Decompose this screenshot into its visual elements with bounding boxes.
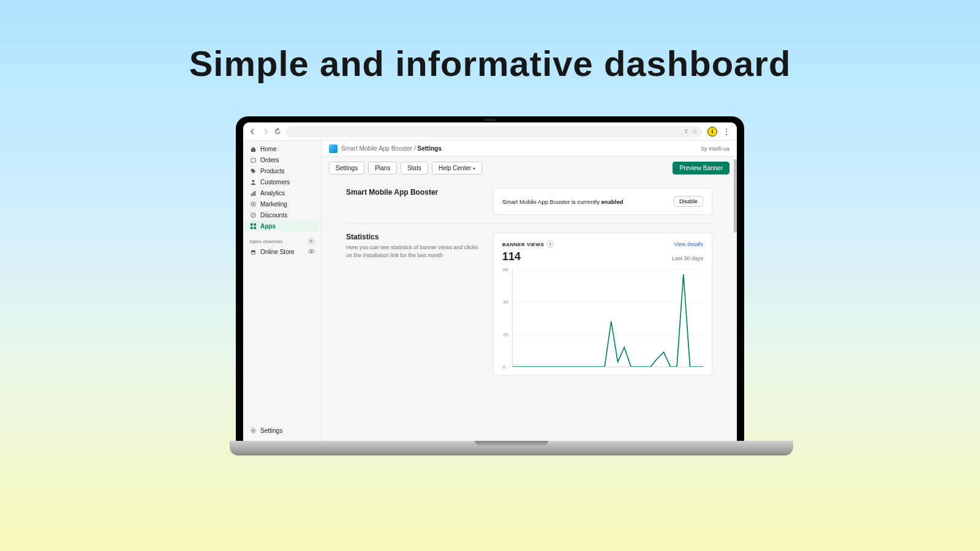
breadcrumb-bar: Smart Mobile App Booster / Settings by I…: [322, 141, 737, 157]
disable-button[interactable]: Disable: [674, 196, 703, 207]
sidebar-item-apps[interactable]: Apps: [245, 220, 319, 231]
forward-icon[interactable]: [262, 128, 269, 135]
reload-icon[interactable]: [274, 128, 281, 135]
breadcrumb-app[interactable]: Smart Mobile App Booster: [341, 145, 412, 152]
svg-rect-11: [254, 227, 256, 229]
date-range: Last 30 days: [672, 255, 703, 261]
stats-title: Statistics: [346, 233, 481, 241]
app-logo-icon: [329, 144, 337, 153]
sidebar-item-label: Customers: [260, 179, 290, 186]
sidebar-item-marketing[interactable]: Marketing: [243, 198, 321, 209]
svg-rect-9: [254, 223, 256, 225]
laptop-mockup: ⇪ ☆ i ⋮ Home Orders Products Customers A…: [230, 116, 750, 455]
svg-rect-0: [251, 158, 255, 162]
address-bar[interactable]: ⇪ ☆: [286, 126, 703, 137]
stats-description: Here you can see statistics of banner vi…: [346, 244, 481, 259]
status-text: Smart Mobile App Booster is currently en…: [502, 198, 623, 205]
target-icon: [249, 200, 257, 208]
metric-value: 114: [502, 250, 521, 263]
svg-point-6: [252, 203, 254, 205]
eye-icon[interactable]: [308, 248, 315, 256]
svg-point-15: [252, 429, 254, 432]
apps-icon: [249, 222, 257, 230]
browser-toolbar: ⇪ ☆ i ⋮: [243, 122, 737, 141]
sidebar-item-label: Analytics: [260, 190, 285, 197]
discount-icon: [249, 211, 257, 219]
sidebar-item-products[interactable]: Products: [243, 165, 321, 176]
toolbar: Settings Plans Stats Help Center Preview…: [322, 157, 737, 179]
svg-point-14: [311, 250, 312, 252]
banner-views-chart: 0204060: [512, 269, 703, 367]
hero-title: Simple and informative dashboard: [0, 0, 980, 84]
kebab-menu-icon[interactable]: ⋮: [722, 127, 731, 136]
tab-stats[interactable]: Stats: [401, 162, 428, 174]
channel-label: Online Store: [260, 249, 295, 255]
sidebar-item-label: Products: [260, 168, 284, 174]
stats-card: BANNER VIEWS? View details 114 Last 30 d…: [493, 233, 712, 375]
tab-plans[interactable]: Plans: [368, 162, 397, 174]
breadcrumb: Smart Mobile App Booster / Settings: [341, 145, 442, 152]
star-icon[interactable]: ☆: [692, 128, 698, 135]
profile-avatar[interactable]: i: [707, 127, 717, 137]
sidebar-item-label: Discounts: [260, 212, 287, 219]
svg-rect-3: [252, 192, 254, 195]
help-icon[interactable]: ?: [546, 241, 554, 248]
sidebar: Home Orders Products Customers Analytics…: [243, 141, 322, 441]
sidebar-item-customers[interactable]: Customers: [243, 176, 321, 187]
svg-rect-10: [250, 227, 252, 229]
gear-icon: [249, 427, 257, 434]
status-card: Smart Mobile App Booster is currently en…: [493, 188, 712, 215]
home-icon: [249, 145, 257, 152]
orders-icon: [249, 156, 257, 163]
preview-banner-button[interactable]: Preview Banner: [673, 162, 729, 174]
sidebar-settings-label: Settings: [260, 427, 282, 434]
main-panel: Smart Mobile App Booster / Settings by I…: [322, 141, 737, 441]
metric-label: BANNER VIEWS?: [502, 241, 554, 248]
breadcrumb-page: Settings: [418, 145, 442, 152]
sidebar-channel-online-store[interactable]: Online Store: [243, 246, 321, 258]
svg-rect-12: [251, 252, 255, 255]
sidebar-item-label: Home: [260, 146, 277, 152]
sidebar-item-label: Marketing: [260, 201, 287, 208]
tag-icon: [249, 167, 257, 174]
share-icon[interactable]: ⇪: [684, 128, 688, 135]
sales-channels-label: Sales channels: [249, 239, 282, 244]
tab-settings[interactable]: Settings: [329, 162, 364, 174]
section-title: Smart Mobile App Booster: [346, 188, 481, 197]
help-center-dropdown[interactable]: Help Center: [432, 162, 482, 174]
svg-rect-8: [250, 223, 252, 225]
sales-channels-header: Sales channels +: [243, 234, 321, 246]
svg-rect-2: [251, 193, 252, 196]
sidebar-item-orders[interactable]: Orders: [243, 154, 321, 165]
store-icon: [249, 249, 257, 256]
svg-rect-4: [254, 190, 255, 195]
person-icon: [249, 178, 257, 186]
view-details-link[interactable]: View details: [674, 241, 703, 247]
back-icon[interactable]: [249, 128, 257, 135]
vendor-label: by Intelli-ua: [701, 146, 729, 152]
sidebar-settings[interactable]: Settings: [243, 425, 321, 436]
sidebar-item-label: Apps: [260, 223, 276, 230]
add-channel-icon[interactable]: +: [307, 238, 315, 245]
analytics-icon: [249, 189, 257, 197]
sidebar-item-home[interactable]: Home: [243, 143, 321, 154]
sidebar-item-label: Orders: [260, 157, 279, 163]
svg-point-1: [252, 179, 254, 182]
sidebar-item-discounts[interactable]: Discounts: [243, 209, 321, 220]
sidebar-item-analytics[interactable]: Analytics: [243, 187, 321, 198]
